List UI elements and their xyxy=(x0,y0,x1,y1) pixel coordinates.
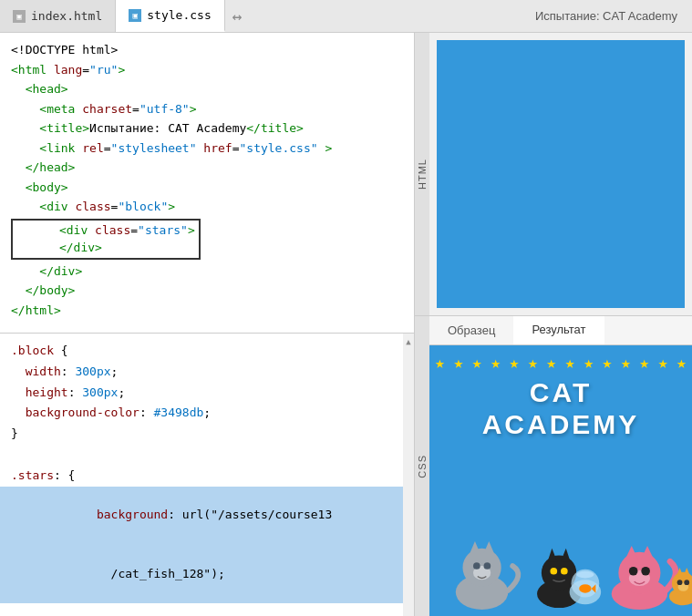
preview-right-area: Образец Результат ★ ★ ★ ★ ★ ★ xyxy=(429,316,692,616)
main-content: <!DOCTYPE html> <html lang = "ru" > <hea… xyxy=(0,33,692,616)
code-line-2: <html lang = "ru" > xyxy=(0,60,414,80)
tab-bar: ▣ index.html ▣ style.css ↔ Испытание: CA… xyxy=(0,0,692,33)
star-11: ★ xyxy=(621,353,631,372)
tab-icon-css: ▣ xyxy=(129,9,141,22)
cat-academy-preview: ★ ★ ★ ★ ★ ★ ★ ★ ★ ★ ★ ★ ★ ★ xyxy=(429,345,692,616)
svg-point-11 xyxy=(550,568,557,575)
tab-label-html: index.html xyxy=(31,9,102,23)
svg-point-16 xyxy=(579,584,591,593)
css-block-close: } xyxy=(0,424,414,445)
css-empty-1 xyxy=(0,445,414,466)
css-empty-2 xyxy=(0,603,414,616)
html-label-column: HTML xyxy=(415,33,429,315)
preview-tab-bar: Образец Результат xyxy=(429,316,692,345)
css-background-highlighted: background: url("/assets/course13 xyxy=(0,487,414,545)
svg-point-15 xyxy=(576,571,594,579)
cats-illustration xyxy=(429,476,692,616)
svg-marker-10 xyxy=(561,549,571,561)
svg-marker-2 xyxy=(470,541,480,553)
svg-marker-9 xyxy=(548,549,558,561)
svg-marker-28 xyxy=(683,568,690,577)
star-2: ★ xyxy=(453,353,463,372)
star-10: ★ xyxy=(603,353,613,372)
tab-index-html[interactable]: ▣ index.html xyxy=(0,0,116,32)
svg-point-30 xyxy=(677,580,683,585)
code-line-7: </head> xyxy=(0,158,414,178)
tab-rezultat[interactable]: Результат xyxy=(513,316,604,344)
star-1: ★ xyxy=(435,353,445,372)
right-panel-title: Испытание: CAT Academy xyxy=(535,9,692,23)
svg-point-6 xyxy=(484,562,491,570)
code-line-13: </body> xyxy=(0,281,414,301)
star-3: ★ xyxy=(472,353,482,372)
css-background-url-cont: /cat_fish_128"); xyxy=(0,545,414,603)
star-13: ★ xyxy=(658,353,668,372)
css-height: height: 300px; xyxy=(0,383,414,404)
svg-point-24 xyxy=(641,567,650,576)
svg-point-8 xyxy=(542,555,576,590)
code-line-12: </div> xyxy=(0,262,414,282)
tab-separator: ↔ xyxy=(232,6,243,26)
code-line-3: <head> xyxy=(0,79,414,99)
css-section[interactable]: ▲ .block { width: 300px; height: 300px; … xyxy=(0,334,414,616)
cat-academy-title: CAT ACADEMY xyxy=(429,377,692,440)
star-6: ★ xyxy=(528,353,538,372)
star-14: ★ xyxy=(677,353,687,372)
css-block-selector: .block { xyxy=(0,341,414,362)
code-line-8: <body> xyxy=(0,178,414,198)
css-code-container: .block { width: 300px; height: 300px; ba… xyxy=(0,334,414,616)
code-line-5: <title> Испытание: CAT Academy </title> xyxy=(0,118,414,139)
cats-svg xyxy=(429,476,692,612)
svg-point-31 xyxy=(684,580,689,585)
css-preview-section: CSS Образец Результат ★ ★ xyxy=(415,315,692,616)
tab-obrazec[interactable]: Образец xyxy=(429,316,513,344)
scroll-up-arrow[interactable]: ▲ xyxy=(406,337,410,346)
code-line-10: <div class = "stars" > xyxy=(16,221,195,240)
code-line-6: <link rel = "stylesheet" href = "style.c… xyxy=(0,139,414,159)
preview-panel: HTML CSS Образец Результат xyxy=(415,33,692,616)
tab-style-css[interactable]: ▣ style.css xyxy=(116,0,224,32)
html-preview-section: HTML xyxy=(415,33,692,315)
svg-point-5 xyxy=(473,562,480,570)
code-line-9: <div class = "block" > xyxy=(0,197,414,217)
css-stars-selector: .stars: { xyxy=(0,466,414,487)
svg-marker-3 xyxy=(484,541,495,553)
svg-point-12 xyxy=(561,568,568,575)
cat-title-line2: ACADEMY xyxy=(429,409,692,441)
css-side-label: CSS xyxy=(417,455,428,478)
star-12: ★ xyxy=(639,353,649,372)
star-4: ★ xyxy=(491,353,501,372)
css-background-color: background-color: #3498db; xyxy=(0,403,414,424)
html-side-label: HTML xyxy=(417,159,428,190)
code-line-4: <meta charset = "utf-8" > xyxy=(0,99,414,119)
tab-label-css: style.css xyxy=(147,8,211,22)
html-section[interactable]: <!DOCTYPE html> <html lang = "ru" > <hea… xyxy=(0,33,414,334)
code-line-1: <!DOCTYPE html> xyxy=(0,40,414,60)
svg-point-23 xyxy=(629,567,638,576)
tab-icon-html: ▣ xyxy=(13,10,26,23)
star-8: ★ xyxy=(565,353,575,372)
code-line-14: </html> xyxy=(0,301,414,321)
star-7: ★ xyxy=(546,353,556,372)
highlighted-stars-div: <div class = "stars" > </div> xyxy=(11,219,201,260)
code-line-11: </div> xyxy=(16,239,195,257)
stars-row: ★ ★ ★ ★ ★ ★ ★ ★ ★ ★ ★ ★ ★ ★ xyxy=(429,345,692,374)
css-width: width: 300px; xyxy=(0,362,414,383)
code-panel: <!DOCTYPE html> <html lang = "ru" > <hea… xyxy=(0,33,415,616)
cat-title-line1: CAT xyxy=(429,377,692,409)
html-output-box xyxy=(437,40,685,308)
css-label-column: CSS xyxy=(415,316,429,616)
star-5: ★ xyxy=(510,353,520,372)
star-9: ★ xyxy=(584,353,594,372)
scrollbar[interactable]: ▲ xyxy=(403,334,414,616)
